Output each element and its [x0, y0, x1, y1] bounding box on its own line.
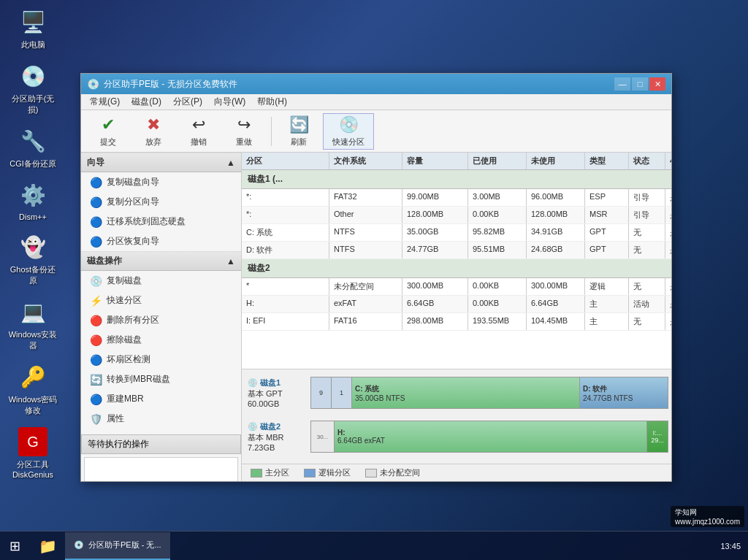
disk1-part-d[interactable]: D: 软件 24.77GB NTFS [580, 377, 668, 408]
cgi-backup-label: CGI备份还原 [9, 158, 56, 169]
disk2-map-type: 基本 MBR [248, 432, 308, 443]
cell-fs: Other [329, 207, 402, 223]
cell-free: 300.00MB [527, 278, 585, 295]
refresh-icon: 🔄 [289, 115, 309, 134]
cell-size: 298.00MB [402, 313, 468, 330]
sidebar-item-copy-disk[interactable]: 🔵 复制磁盘向导 [81, 172, 241, 192]
sidebar-item-restore[interactable]: 🔵 分区恢复向导 [81, 231, 241, 251]
taskbar-task-app[interactable]: 💿 分区助手PE版 - 无... [65, 532, 170, 560]
cell-type: 主 [585, 313, 629, 330]
pending-title: 等待执行的操作 [88, 438, 149, 450]
title-bar: 💿 分区助手PE版 - 无损分区免费软件 — □ ✕ [81, 74, 671, 94]
quick-partition-button[interactable]: 💿 快速分区 [323, 113, 374, 150]
desktop-icon-windows-install[interactable]: 💻 Windows安装器 [7, 297, 58, 351]
desktop-icon-dism[interactable]: ⚙️ Dism++ [7, 180, 58, 221]
submit-button[interactable]: ✔ 提交 [87, 113, 129, 150]
window-title: 分区助手PE版 - 无损分区免费软件 [104, 78, 614, 91]
menu-general[interactable]: 常规(G) [84, 94, 126, 110]
disk1-part-c[interactable]: C: 系统 35.00GB NTFS [352, 377, 580, 408]
maximize-button[interactable]: □ [632, 77, 648, 91]
sidebar-item-copy-partition[interactable]: 🔵 复制分区向导 [81, 192, 241, 212]
desktop-icon-partition-assistant[interactable]: 💿 分区助手(无损) [7, 61, 58, 115]
cell-status: 引导 [629, 189, 665, 206]
properties-icon: 🛡️ [90, 413, 102, 425]
menu-partition[interactable]: 分区(P) [167, 94, 208, 110]
legend-unallocated: 未分配空间 [365, 467, 420, 478]
desktop-icon-diskgenius[interactable]: G 分区工具DiskGenius [7, 427, 58, 479]
ghost-icon: 👻 [18, 232, 47, 261]
quick-part-label: 快速分区 [107, 294, 142, 307]
sidebar-item-migrate[interactable]: 🔵 迁移系统到固态硬盘 [81, 212, 241, 231]
cell-used: 0.00KB [468, 278, 527, 295]
desktop-icon-my-computer[interactable]: 🖥️ 此电脑 [7, 7, 58, 50]
submit-label: 提交 [100, 137, 116, 147]
copy-disk2-label: 复制磁盘 [107, 275, 142, 287]
quick-partition-icon: 💿 [339, 115, 359, 134]
cell-free: 24.68GB [527, 242, 585, 258]
sidebar-item-wipe[interactable]: 🔴 擦除磁盘 [81, 330, 241, 350]
table-row[interactable]: H: exFAT 6.64GB 0.00KB 6.64GB 主 活动 是 [242, 296, 671, 313]
cell-partition: I: EFI [242, 313, 329, 330]
disk1-part-msr[interactable]: 1 [332, 377, 352, 408]
cell-type: ESP [585, 189, 629, 206]
sidebar-item-quick-partition[interactable]: ⚡ 快速分区 [81, 291, 241, 310]
disk2-part-unalloc[interactable]: 30... [311, 421, 335, 452]
cell-partition: D: 软件 [242, 242, 329, 258]
cell-type: GPT [585, 242, 629, 258]
taskbar-explorer[interactable]: 📁 [33, 532, 62, 561]
disk-ops-collapse-icon[interactable]: ▲ [226, 256, 235, 266]
menu-bar: 常规(G) 磁盘(D) 分区(P) 向导(W) 帮助(H) [81, 94, 671, 110]
minimize-button[interactable]: — [614, 77, 630, 91]
content-area: 向导 ▲ 🔵 复制磁盘向导 🔵 复制分区向导 🔵 迁移系统到固态硬盘 🔵 [81, 153, 671, 481]
cell-status: 无 [629, 224, 665, 241]
close-button[interactable]: ✕ [649, 77, 665, 91]
disk2-map-info: 💿 磁盘2 基本 MBR 7.23GB [245, 420, 310, 453]
partition-table: 分区 文件系统 容量 已使用 未使用 类型 状态 4KB对齐 磁盘1 (... [242, 153, 671, 369]
disk2-map-row: 💿 磁盘2 基本 MBR 7.23GB 30... H: 6.64GB exFA… [245, 416, 668, 457]
sidebar-item-to-mbr[interactable]: 🔄 转换到MBR磁盘 [81, 369, 241, 389]
sidebar-item-delete-all[interactable]: 🔴 删除所有分区 [81, 310, 241, 330]
sidebar-item-rebuild-mbr[interactable]: 🔵 重建MBR [81, 389, 241, 409]
cell-align: 是 [665, 224, 671, 241]
sidebar-item-properties[interactable]: 🛡️ 属性 [81, 409, 241, 429]
cell-partition: *: [242, 189, 329, 206]
redo-button[interactable]: ↪ 重做 [223, 113, 265, 150]
table-row[interactable]: * 未分配空间 300.00MB 0.00KB 300.00MB 逻辑 无 是 [242, 278, 671, 296]
dism-icon: ⚙️ [18, 180, 47, 210]
desktop-icons: 🖥️ 此电脑 💿 分区助手(无损) 🔧 CGI备份还原 ⚙️ Dism++ 👻 … [7, 7, 58, 479]
dism-label: Dism++ [19, 212, 47, 221]
disk2-part-i[interactable]: I:... 29... [647, 421, 668, 452]
taskbar-task-label: 分区助手PE版 - 无... [88, 540, 161, 551]
undo-button[interactable]: ↩ 撤销 [178, 113, 220, 150]
cell-fs: FAT32 [329, 189, 402, 206]
start-button[interactable]: ⊞ [0, 532, 29, 561]
col-free: 未使用 [527, 153, 585, 169]
disk1-part-esp[interactable]: 9 [311, 377, 332, 408]
refresh-button[interactable]: 🔄 刷新 [278, 113, 320, 150]
partition-assistant-label: 分区助手(无损) [7, 93, 58, 115]
sidebar-item-check-bad[interactable]: 🔵 坏扇区检测 [81, 350, 241, 369]
migrate-icon: 🔵 [90, 216, 102, 228]
table-row[interactable]: C: 系统 NTFS 35.00GB 95.82MB 34.91GB GPT 无… [242, 224, 671, 242]
table-row[interactable]: *: Other 128.00MB 0.00KB 128.00MB MSR 引导… [242, 207, 671, 224]
menu-help[interactable]: 帮助(H) [251, 94, 293, 110]
col-used: 已使用 [468, 153, 527, 169]
menu-wizard[interactable]: 向导(W) [208, 94, 251, 110]
desktop-icon-cgi-backup[interactable]: 🔧 CGI备份还原 [7, 126, 58, 169]
menu-disk[interactable]: 磁盘(D) [126, 94, 167, 110]
disk2-part-h[interactable]: H: 6.64GB exFAT [335, 421, 647, 452]
discard-button[interactable]: ✖ 放弃 [132, 113, 175, 150]
table-row[interactable]: *: FAT32 99.00MB 3.00MB 96.00MB ESP 引导 是 [242, 189, 671, 207]
table-row[interactable]: D: 软件 NTFS 24.77GB 95.51MB 24.68GB GPT 无… [242, 242, 671, 259]
sidebar-item-copy-disk2[interactable]: 💿 复制磁盘 [81, 271, 241, 291]
table-row[interactable]: I: EFI FAT16 298.00MB 193.55MB 104.45MB … [242, 313, 671, 331]
cell-partition: H: [242, 296, 329, 312]
wizard-section-header: 向导 ▲ [81, 153, 241, 172]
desktop-icon-windows-password[interactable]: 🔑 Windows密码修改 [7, 362, 58, 416]
wizard-collapse-icon[interactable]: ▲ [226, 158, 235, 168]
desktop-icon-ghost[interactable]: 👻 Ghost备份还原 [7, 232, 58, 286]
cell-partition: C: 系统 [242, 224, 329, 241]
pending-content [84, 457, 238, 481]
watermark-url: www.jmqz1000.com [675, 518, 740, 526]
copy-partition-label: 复制分区向导 [107, 196, 159, 208]
